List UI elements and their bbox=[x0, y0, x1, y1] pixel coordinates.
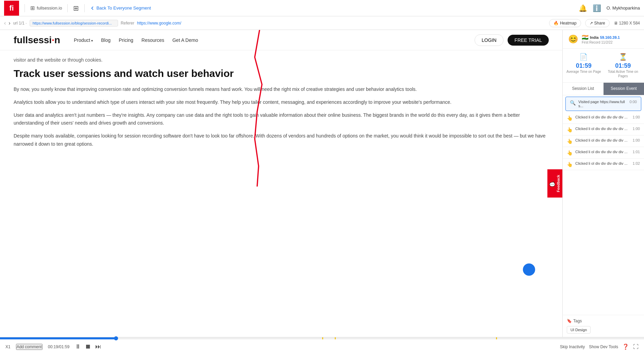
top-right: 🔔 ℹ️ O. Mykhoparkina bbox=[579, 4, 640, 12]
divider3 bbox=[84, 4, 85, 12]
apps-icon[interactable]: ⊞ bbox=[73, 4, 79, 12]
fi-logo: fi bbox=[4, 1, 19, 16]
user-country: 🇮🇳 India 59.160.39.1 bbox=[582, 34, 620, 41]
login-button[interactable]: LOGIN bbox=[475, 34, 504, 46]
session-events: 🔍 Visited page https://www.fulls... 0:00… bbox=[563, 95, 644, 315]
session-event-item[interactable]: 🔍 Visited page https://www.fulls... 0:00 bbox=[565, 97, 641, 111]
flag-icon: 🇮🇳 bbox=[582, 34, 589, 41]
top-bar: fi ⊞ fullsession.io ⊞ Back To Everyone S… bbox=[0, 0, 644, 16]
article-p1: By now, you surely know that improving c… bbox=[14, 85, 549, 94]
feedback-label: Feedback bbox=[556, 175, 560, 192]
nav-product[interactable]: Product bbox=[74, 37, 93, 43]
nav-blog[interactable]: Blog bbox=[101, 37, 111, 43]
event-text: Clicked li ol div div div div div ... bbox=[575, 127, 630, 131]
tag-chip[interactable]: UI Design bbox=[567, 326, 591, 334]
tab-session-event[interactable]: Session Event bbox=[604, 83, 644, 95]
back-label: Back To Everyone Segment bbox=[96, 5, 151, 11]
skip-inactivity-button[interactable]: Skip Inactivity bbox=[560, 344, 585, 349]
event-text: Clicked li ol div div div div div ... bbox=[575, 138, 630, 142]
avg-time-icon: 📄 bbox=[565, 53, 602, 61]
free-trial-button[interactable]: FREE TRIAL bbox=[508, 35, 549, 46]
nav-pricing[interactable]: Pricing bbox=[119, 37, 133, 43]
site-nav: fullsessi·n Product Blog Pricing Resourc… bbox=[0, 30, 562, 50]
event-icon: 👆 bbox=[567, 115, 573, 121]
url-bar: ‹ › url 1/1 · https://www.fullsession.io… bbox=[0, 16, 644, 30]
user-details: 🇮🇳 India 59.160.39.1 First Record 11/2/2… bbox=[582, 34, 620, 44]
nav-links: Product Blog Pricing Resources Get A Dem… bbox=[74, 37, 198, 43]
grid-icon: ⊞ bbox=[30, 5, 35, 11]
url-actions: 🔥 Heatmap ↗ Share 🖥 1280 X 584 bbox=[549, 19, 640, 27]
main-layout: fullsessi·n Product Blog Pricing Resourc… bbox=[0, 30, 644, 337]
monitor-icon: 🖥 bbox=[614, 21, 618, 26]
heatmap-icon: 🔥 bbox=[554, 21, 559, 26]
right-panel: 😊 🇮🇳 India 59.160.39.1 First Record 11/2… bbox=[562, 30, 644, 337]
feedback-tab[interactable]: 💬 Feedback bbox=[547, 170, 562, 198]
tags-label: 🔖 Tags bbox=[567, 319, 640, 323]
event-time: 1:01 bbox=[633, 150, 640, 154]
forward-button[interactable]: ⏭ bbox=[95, 343, 101, 350]
divider2 bbox=[67, 4, 68, 12]
event-icon: 🔍 bbox=[570, 100, 576, 106]
session-tabs: Session List Session Event bbox=[563, 83, 644, 95]
session-event-item[interactable]: 👆 Clicked li ol div div div div div ... … bbox=[563, 147, 644, 159]
event-time: 1:02 bbox=[633, 161, 640, 165]
browser-content: fullsessi·n Product Blog Pricing Resourc… bbox=[0, 30, 562, 337]
stat-avg-time: 📄 01:59 Average Time on Page bbox=[565, 53, 602, 78]
user-info: 😊 🇮🇳 India 59.160.39.1 First Record 11/2… bbox=[563, 30, 644, 49]
share-label: Share bbox=[594, 21, 605, 26]
progress-markers bbox=[0, 337, 644, 339]
nav-buttons: LOGIN FREE TRIAL bbox=[475, 34, 549, 46]
play-controls: ⏸ ⏹ ⏭ bbox=[75, 343, 101, 350]
nav-get-demo[interactable]: Get A Demo bbox=[172, 37, 198, 43]
article-teaser: visitor and the website or through cooki… bbox=[14, 57, 549, 63]
share-icon: ↗ bbox=[590, 21, 593, 26]
event-icon: 👆 bbox=[567, 162, 573, 167]
heatmap-button[interactable]: 🔥 Heatmap bbox=[549, 19, 581, 27]
stop-button[interactable]: ⏹ bbox=[85, 343, 91, 350]
session-event-item[interactable]: 👆 Clicked li ol div div div div div ... … bbox=[563, 159, 644, 170]
tags-container: UI Design bbox=[567, 326, 640, 334]
brand-link[interactable]: ⊞ fullsession.io bbox=[30, 5, 62, 11]
share-button[interactable]: ↗ Share bbox=[585, 19, 610, 27]
feedback-icon: 💬 bbox=[549, 181, 555, 187]
avg-time-label: Average Time on Page bbox=[565, 69, 602, 74]
session-event-item[interactable]: 👆 Clicked li ol div div div div div ... … bbox=[563, 124, 644, 135]
show-dev-tools-button[interactable]: Show Dev Tools bbox=[589, 344, 618, 349]
article-p2: Analytics tools allow you to understand … bbox=[14, 98, 549, 107]
session-event-item[interactable]: 👆 Clicked li ol div div div div div ... … bbox=[563, 135, 644, 147]
info-icon[interactable]: ℹ️ bbox=[593, 4, 601, 12]
event-text: Clicked li ol div div div div div ... bbox=[575, 150, 630, 154]
event-time: 0:00 bbox=[630, 100, 637, 104]
progress-track[interactable] bbox=[0, 337, 644, 339]
help-button[interactable]: ❓ bbox=[622, 343, 629, 350]
forward-arrow[interactable]: › bbox=[9, 20, 10, 26]
event-icon: 👆 bbox=[567, 139, 573, 144]
event-icon: 👆 bbox=[567, 150, 573, 156]
heatmap-label: Heatmap bbox=[560, 21, 577, 26]
resolution-value: 1280 X 584 bbox=[619, 21, 640, 26]
url-field[interactable]: https://www.fullsession.io/blog/session-… bbox=[30, 20, 118, 27]
url-prefix: url 1/1 · bbox=[13, 21, 27, 26]
back-button[interactable]: Back To Everyone Segment bbox=[90, 5, 151, 11]
pause-button[interactable]: ⏸ bbox=[75, 343, 81, 350]
stat-total-active: ⏳ 01:59 Total Active Time on Pages bbox=[605, 53, 642, 78]
resolution: 🖥 1280 X 584 bbox=[614, 21, 640, 26]
notification-icon[interactable]: 🔔 bbox=[579, 4, 587, 12]
divider bbox=[24, 4, 25, 12]
total-active-value: 01:59 bbox=[605, 62, 642, 69]
referer-label: Referer bbox=[121, 21, 134, 26]
tab-session-list[interactable]: Session List bbox=[563, 83, 604, 95]
nav-resources[interactable]: Resources bbox=[142, 37, 164, 43]
session-event-item[interactable]: 👆 Clicked li ol div div div div div ... … bbox=[563, 112, 644, 124]
article-heading: Track user sessions and watch user behav… bbox=[14, 67, 549, 80]
article-p3: User data and analytics aren't just numb… bbox=[14, 111, 549, 128]
event-icon: 👆 bbox=[567, 127, 573, 132]
user-avatar: 😊 bbox=[568, 34, 578, 44]
total-active-label: Total Active Time on Pages bbox=[605, 69, 642, 78]
user-record: First Record 11/2/22 bbox=[582, 41, 620, 44]
fullscreen-button[interactable]: ⛶ bbox=[633, 344, 639, 350]
add-comment-button[interactable]: Add comment bbox=[16, 344, 43, 350]
back-arrow[interactable]: ‹ bbox=[4, 20, 6, 26]
event-text: Visited page https://www.fulls... bbox=[578, 100, 627, 108]
total-active-icon: ⏳ bbox=[605, 53, 642, 61]
